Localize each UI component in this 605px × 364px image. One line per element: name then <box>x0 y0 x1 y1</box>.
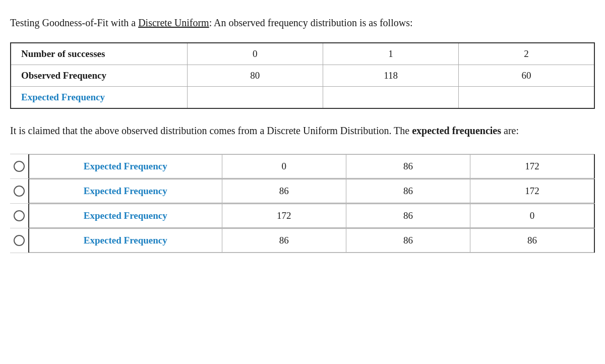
radio-button-3[interactable] <box>14 210 25 221</box>
option-2-col3: 172 <box>470 179 594 203</box>
cell-observed-0: 80 <box>187 65 323 87</box>
cell-expected-0 <box>187 87 323 109</box>
table-row-observed: Observed Frequency 80 118 60 <box>11 65 594 87</box>
cell-successes-2: 2 <box>459 43 594 65</box>
bold-expected-frequencies: expected frequencies <box>412 125 501 136</box>
cell-observed-1: 118 <box>323 65 458 87</box>
main-frequency-table: Number of successes 0 1 2 Observed Frequ… <box>10 42 595 109</box>
option-4-row: Expected Frequency 86 86 86 <box>29 229 594 253</box>
intro-paragraph: Testing Goodness-of-Fit with a Discrete … <box>10 15 595 30</box>
answer-options: Expected Frequency 0 86 172 Expected Fre… <box>10 154 595 253</box>
cell-successes-0: 0 <box>187 43 323 65</box>
table-row-successes: Number of successes 0 1 2 <box>11 43 594 65</box>
radio-button-1[interactable] <box>14 161 25 172</box>
radio-button-4[interactable] <box>14 235 25 246</box>
option-4-col2: 86 <box>346 229 470 253</box>
option-4-label: Expected Frequency <box>29 229 222 253</box>
option-table-1: Expected Frequency 0 86 172 <box>28 154 595 178</box>
option-3-col3: 0 <box>470 204 594 228</box>
radio-wrap-3 <box>10 210 28 221</box>
option-row-4: Expected Frequency 86 86 86 <box>10 228 595 253</box>
option-1-row: Expected Frequency 0 86 172 <box>29 155 594 178</box>
table-row-expected: Expected Frequency <box>11 87 594 109</box>
option-1-col1: 0 <box>222 155 346 178</box>
option-2-col1: 86 <box>222 179 346 203</box>
label-expected: Expected Frequency <box>11 87 187 109</box>
cell-observed-2: 60 <box>459 65 594 87</box>
option-3-label: Expected Frequency <box>29 204 222 228</box>
cell-successes-1: 1 <box>323 43 458 65</box>
option-4-col3: 86 <box>470 229 594 253</box>
option-4-col1: 86 <box>222 229 346 253</box>
option-table-4: Expected Frequency 86 86 86 <box>28 228 595 253</box>
option-table-3: Expected Frequency 172 86 0 <box>28 204 595 228</box>
option-row-1: Expected Frequency 0 86 172 <box>10 154 595 178</box>
option-3-col1: 172 <box>222 204 346 228</box>
option-1-label: Expected Frequency <box>29 155 222 178</box>
discrete-uniform-text: Discrete Uniform <box>138 17 209 28</box>
option-3-col2: 86 <box>346 204 470 228</box>
option-3-row: Expected Frequency 172 86 0 <box>29 204 594 228</box>
option-row-2: Expected Frequency 86 86 172 <box>10 178 595 203</box>
option-1-col3: 172 <box>470 155 594 178</box>
body-paragraph: It is claimed that the above observed di… <box>10 123 595 139</box>
option-2-col2: 86 <box>346 179 470 203</box>
option-table-2: Expected Frequency 86 86 172 <box>28 179 595 203</box>
option-2-label: Expected Frequency <box>29 179 222 203</box>
option-1-col2: 86 <box>346 155 470 178</box>
label-successes: Number of successes <box>11 43 187 65</box>
cell-expected-2 <box>459 87 594 109</box>
option-2-row: Expected Frequency 86 86 172 <box>29 179 594 203</box>
radio-wrap-1 <box>10 161 28 172</box>
label-observed: Observed Frequency <box>11 65 187 87</box>
option-row-3: Expected Frequency 172 86 0 <box>10 203 595 228</box>
cell-expected-1 <box>323 87 458 109</box>
radio-button-2[interactable] <box>14 186 25 197</box>
radio-wrap-2 <box>10 186 28 197</box>
radio-wrap-4 <box>10 235 28 246</box>
